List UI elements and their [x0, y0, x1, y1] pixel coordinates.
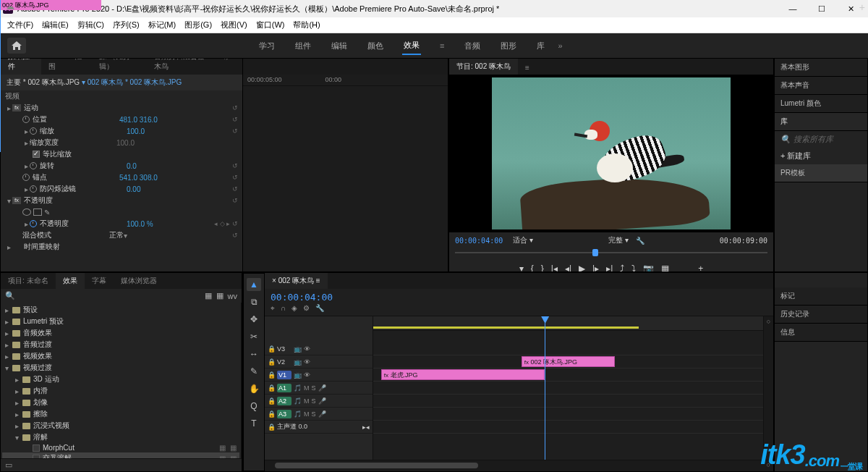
ec-motion[interactable]: 运动 — [24, 103, 111, 113]
program-fit-select[interactable]: 适合 ▾ — [513, 235, 533, 245]
track-lane-audio[interactable] — [373, 395, 763, 408]
toggle-output-icon[interactable]: 📺 — [294, 358, 302, 366]
mark-out-button[interactable]: } — [541, 264, 544, 272]
timeline-tool[interactable]: ✋ — [247, 382, 261, 395]
mark-in-button[interactable]: { — [531, 264, 534, 272]
mute-icon[interactable]: 🎵 — [294, 384, 302, 392]
toggle-output-icon[interactable]: 📺 — [294, 345, 302, 353]
fx-badge-icon[interactable]: ▦ — [205, 291, 212, 300]
button-editor-plus[interactable]: + — [698, 264, 703, 272]
workspace-tab[interactable]: 效果 — [402, 37, 421, 55]
timeline-clip[interactable]: fx 002 啄木鸟.JPG — [522, 356, 615, 367]
voiceover-icon[interactable]: 🎤 — [318, 397, 326, 405]
timeline-playhead[interactable] — [545, 316, 545, 460]
wrench-icon[interactable]: 🔧 — [636, 237, 644, 245]
mute-icon[interactable]: 🎵 — [294, 410, 302, 418]
menu-item[interactable]: 序列(S) — [110, 18, 142, 32]
bin-folder[interactable]: ▸音频过渡 — [2, 339, 239, 350]
program-scrubber[interactable] — [455, 248, 767, 258]
panel-tab[interactable]: 媒体浏览器 — [114, 273, 164, 289]
lock-icon[interactable]: 🔒 — [268, 345, 275, 353]
bin-folder[interactable]: ▸内滑 — [2, 385, 239, 397]
scroll-up-icon[interactable]: ○ — [765, 318, 772, 325]
panel-tab[interactable]: 字幕 — [85, 273, 114, 289]
new-bin-icon[interactable]: ▭ — [5, 460, 12, 470]
audio-track-header[interactable]: 🔒A3🎵MS🎤 — [265, 408, 373, 421]
panel-tab[interactable]: Lumetri 范围 — [41, 58, 92, 75]
minimize-button[interactable]: — — [778, 0, 807, 17]
right-panel-tab[interactable]: Lumetri 颜色 — [775, 95, 867, 113]
timeline-tool[interactable]: Q — [247, 400, 261, 413]
bin-folder[interactable]: ▸音频效果 — [2, 327, 239, 339]
lock-icon[interactable]: 🔒 — [268, 397, 275, 405]
menu-item[interactable]: 窗口(W) — [253, 18, 288, 32]
menu-item[interactable]: 文件(F) — [4, 18, 36, 32]
timeline-timecode[interactable]: 00:00:04:00 — [271, 292, 767, 303]
ec-opacity-value[interactable]: 100.0 % — [127, 220, 153, 228]
workspace-overflow[interactable]: » — [558, 41, 562, 50]
play-button[interactable]: ▶ — [579, 264, 585, 272]
bin-folder[interactable]: ▸Lumetri 预设 — [2, 316, 239, 327]
effect-item[interactable]: MorphCut▦ ▦ — [2, 443, 239, 452]
library-search[interactable]: 🔍 搜索所有库 — [775, 131, 867, 148]
step-back-button[interactable]: ◂| — [565, 264, 571, 272]
workspace-menu-icon[interactable]: ≡ — [438, 38, 446, 53]
eye-icon[interactable]: 👁 — [304, 345, 310, 353]
eye-icon[interactable]: 👁 — [304, 358, 310, 366]
mute-icon[interactable]: 🎵 — [294, 397, 302, 405]
bin-folder[interactable]: ▸沉浸式视频 — [2, 420, 239, 431]
workspace-tab[interactable]: 学习 — [258, 38, 276, 54]
track-lane-v1[interactable]: fx 老虎.JPG — [373, 368, 763, 382]
bin-folder[interactable]: ▸划像 — [2, 397, 239, 408]
bin-folder[interactable]: ▾视频过渡 — [2, 362, 239, 374]
export-frame-button[interactable]: 📷 — [643, 264, 654, 272]
ec-opacity[interactable]: 不透明度 — [24, 195, 111, 206]
lift-button[interactable]: ⤴ — [620, 264, 624, 272]
timeline-tool[interactable]: ⧉ — [247, 295, 261, 308]
bin-folder[interactable]: ▸视频效果 — [2, 350, 239, 362]
audio-track-header[interactable]: 🔒A1🎵MS🎤 — [265, 382, 373, 395]
right-panel-tab[interactable]: 标记 — [775, 287, 867, 305]
video-track-header[interactable]: 🔒V3📺👁 — [265, 342, 373, 355]
wrench-icon[interactable]: 🔧 — [315, 304, 324, 313]
go-out-button[interactable]: ▸| — [606, 264, 613, 272]
extract-button[interactable]: ⤵ — [631, 264, 636, 272]
new-library-button[interactable]: + 新建库 — [775, 148, 867, 164]
timeline-ruler[interactable] — [373, 316, 763, 331]
add-marker-button[interactable]: ▾ — [519, 264, 524, 272]
panel-tab[interactable]: 效果 — [56, 273, 85, 289]
menu-item[interactable]: 帮助(H) — [290, 18, 323, 32]
panel-tab[interactable]: 效果控件 — [1, 58, 41, 75]
track-lane-master[interactable] — [373, 421, 763, 434]
program-viewport[interactable] — [449, 75, 773, 232]
ec-blend-mode[interactable]: 正常 — [109, 230, 124, 240]
menu-item[interactable]: 图形(G) — [182, 18, 215, 32]
lock-icon[interactable]: 🔒 — [268, 384, 275, 392]
audio-track-header[interactable]: 🔒A2🎵MS🎤 — [265, 395, 373, 408]
ec-anchor-value[interactable]: 541.0 308.0 — [119, 174, 158, 182]
workspace-tab[interactable]: 音频 — [463, 38, 482, 54]
track-lane-audio[interactable] — [373, 382, 763, 395]
timeline-tool[interactable]: ↔ — [247, 347, 261, 361]
uniform-scale-checkbox[interactable] — [33, 151, 40, 158]
ec-timeremap[interactable]: 时间重映射 — [24, 242, 111, 252]
master-track-header[interactable]: 🔒主声道 0.0▸◂ — [265, 421, 373, 434]
library-preset-item[interactable]: PR模板 — [775, 164, 867, 182]
marker-icon[interactable]: ◈ — [292, 304, 297, 313]
voiceover-icon[interactable]: 🎤 — [318, 384, 326, 392]
track-lane-v3[interactable] — [373, 342, 763, 355]
home-button[interactable] — [7, 38, 26, 54]
timeline-tool[interactable]: ✥ — [247, 313, 261, 326]
bin-folder[interactable]: ▸3D 运动 — [2, 374, 239, 385]
menu-item[interactable]: 标记(M) — [145, 18, 179, 32]
mask-ellipse-icon[interactable] — [22, 208, 31, 216]
right-panel-tab[interactable]: 信息 — [775, 324, 867, 342]
linked-sel-icon[interactable]: ∩ — [281, 304, 286, 313]
ec-mini-playhead[interactable] — [0, 58, 1, 152]
panel-tab[interactable]: 项目: 未命名 — [1, 273, 56, 289]
right-panel-tab[interactable]: 库 — [775, 113, 867, 131]
video-track-header[interactable]: 🔒V2📺👁 — [265, 355, 373, 368]
eye-icon[interactable]: 👁 — [304, 371, 310, 379]
workspace-tab[interactable]: 组件 — [294, 38, 312, 54]
mask-rect-icon[interactable] — [33, 208, 42, 216]
